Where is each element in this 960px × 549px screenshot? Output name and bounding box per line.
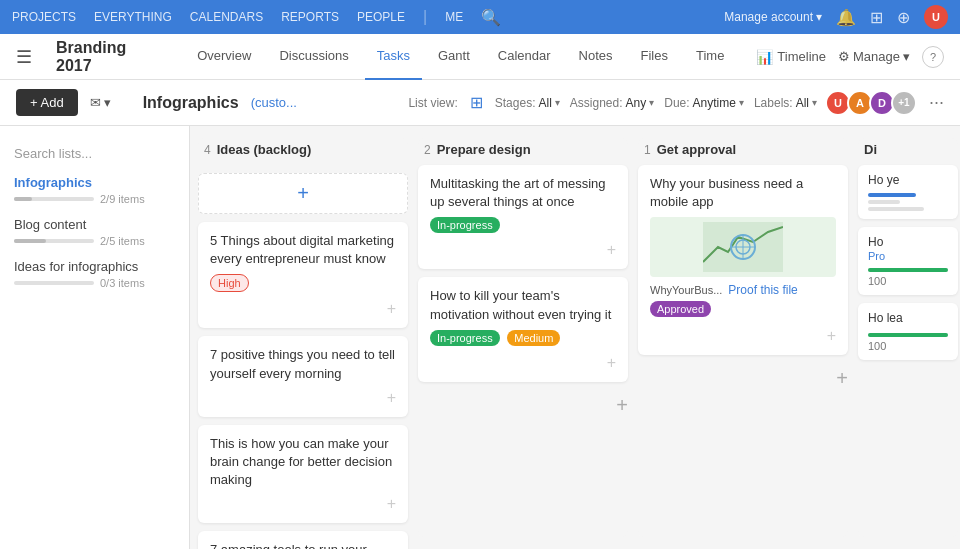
tab-gantt[interactable]: Gantt — [426, 34, 482, 80]
labels-filter[interactable]: Labels: All ▾ — [754, 96, 817, 110]
list-count-blog: 2/5 items — [100, 235, 145, 247]
card-mobile-app[interactable]: Why your business need a mobile app WhyY… — [638, 165, 848, 355]
due-value: Anytime — [693, 96, 736, 110]
partial-card-3[interactable]: Ho lea 100 — [858, 303, 958, 360]
grid-view-icon[interactable]: ⊞ — [470, 93, 483, 112]
add-card-approval[interactable]: + — [836, 367, 848, 390]
listview-label: List view: — [408, 96, 457, 110]
list-count-infographics: 2/9 items — [100, 193, 145, 205]
nav-everything[interactable]: EVERYTHING — [94, 10, 172, 24]
tab-calendar[interactable]: Calendar — [486, 34, 563, 80]
partial-percent-3: 100 — [868, 340, 948, 352]
card-kill-motivation[interactable]: How to kill your team's motivation witho… — [418, 277, 628, 381]
help-icon[interactable]: ? — [922, 46, 944, 68]
list-count-ideas: 0/3 items — [100, 277, 145, 289]
card-multitasking[interactable]: Multitasking the art of messing up sever… — [418, 165, 628, 269]
sidebar-item-blog[interactable]: Blog content 2/5 items — [0, 211, 189, 253]
stages-arrow: ▾ — [555, 97, 560, 108]
list-name-blog: Blog content — [14, 217, 175, 232]
tab-notes[interactable]: Notes — [567, 34, 625, 80]
add-icon[interactable]: + — [387, 389, 396, 407]
add-button[interactable]: + Add — [16, 89, 78, 116]
hamburger-icon[interactable]: ☰ — [16, 46, 32, 68]
partial-card-1[interactable]: Ho ye — [858, 165, 958, 219]
manage-account-btn[interactable]: Manage account ▾ — [724, 10, 822, 24]
nav-tabs: Overview Discussions Tasks Gantt Calenda… — [185, 34, 736, 80]
avatar-plus[interactable]: +1 — [891, 90, 917, 116]
bell-icon[interactable]: 🔔 — [836, 8, 856, 27]
partial-percent-2: 100 — [868, 275, 948, 287]
partial-link-2[interactable]: Pro — [868, 250, 948, 262]
add-icon[interactable]: + — [827, 327, 836, 345]
tag-inprogress-kill: In-progress — [430, 330, 500, 346]
assigned-label: Assigned: — [570, 96, 623, 110]
column-title-approval: Get approval — [657, 142, 842, 157]
column-title-ideas: Ideas (backlog) — [217, 142, 402, 157]
list-meta-ideas: 0/3 items — [14, 277, 175, 289]
assigned-filter[interactable]: Assigned: Any ▾ — [570, 96, 654, 110]
board-title: Infographics — [143, 94, 239, 112]
add-card-btn-ideas[interactable]: + — [198, 173, 408, 214]
due-arrow: ▾ — [739, 97, 744, 108]
list-name-ideas: Ideas for infographics — [14, 259, 175, 274]
nav-people[interactable]: PEOPLE — [357, 10, 405, 24]
labels-arrow: ▾ — [812, 97, 817, 108]
card-amazing-tools[interactable]: 7 amazing tools to run your business suc… — [198, 531, 408, 549]
card-positive-things[interactable]: 7 positive things you need to tell yours… — [198, 336, 408, 416]
assigned-arrow: ▾ — [649, 97, 654, 108]
email-btn[interactable]: ✉ ▾ — [90, 95, 111, 110]
partial-card-2[interactable]: Ho Pro 100 — [858, 227, 958, 296]
tab-overview[interactable]: Overview — [185, 34, 263, 80]
column-count-approval: 1 — [644, 143, 651, 157]
plus-circle-icon[interactable]: ⊕ — [897, 8, 910, 27]
manage-btn[interactable]: ⚙ Manage ▾ — [838, 49, 910, 64]
column-count-ideas: 4 — [204, 143, 211, 157]
board-subtitle[interactable]: (custo... — [251, 95, 297, 110]
tag-high-digital: High — [210, 274, 249, 292]
tab-files[interactable]: Files — [629, 34, 680, 80]
nav-projects[interactable]: PROJECTS — [12, 10, 76, 24]
sidebar-item-ideas[interactable]: Ideas for infographics 0/3 items — [0, 253, 189, 295]
card-brain-change[interactable]: This is how you can make your brain chan… — [198, 425, 408, 524]
card-image-label: WhyYourBus... — [650, 284, 722, 296]
nav-me[interactable]: ME — [445, 10, 463, 24]
partial-title-1: Ho ye — [868, 173, 948, 189]
card-title-tools: 7 amazing tools to run your business suc… — [210, 541, 396, 549]
column-title-prepare: Prepare design — [437, 142, 622, 157]
user-avatar[interactable]: U — [924, 5, 948, 29]
stages-filter[interactable]: Stages: All ▾ — [495, 96, 560, 110]
chevron-down-icon: ▾ — [104, 95, 111, 110]
tab-time[interactable]: Time — [684, 34, 736, 80]
card-digital-marketing[interactable]: 5 Things about digital marketing every e… — [198, 222, 408, 328]
add-icon[interactable]: + — [607, 354, 616, 372]
tag-inprogress-multitask: In-progress — [430, 217, 500, 233]
top-nav-left: PROJECTS EVERYTHING CALENDARS REPORTS PE… — [12, 8, 724, 27]
more-options-icon[interactable]: ··· — [929, 92, 944, 113]
nav-reports[interactable]: REPORTS — [281, 10, 339, 24]
partial-title-2: Ho — [868, 235, 948, 251]
add-icon[interactable]: + — [387, 495, 396, 513]
tab-discussions[interactable]: Discussions — [267, 34, 360, 80]
timeline-btn[interactable]: 📊 Timeline — [756, 49, 826, 65]
search-icon[interactable]: 🔍 — [481, 8, 501, 27]
column-ideas: 4 Ideas (backlog) + 5 Things about digit… — [198, 138, 408, 537]
card-image-mobile — [650, 217, 836, 277]
sidebar-item-infographics[interactable]: Infographics 2/9 items — [0, 169, 189, 211]
card-title-mobile: Why your business need a mobile app — [650, 175, 836, 211]
labels-label: Labels: — [754, 96, 793, 110]
column-header-approval: 1 Get approval — [638, 138, 848, 165]
add-icon[interactable]: + — [387, 300, 396, 318]
column-count-prepare: 2 — [424, 143, 431, 157]
add-card-prepare[interactable]: + — [616, 394, 628, 417]
list-name-infographics: Infographics — [14, 175, 175, 190]
top-nav-right: Manage account ▾ 🔔 ⊞ ⊕ U — [724, 5, 948, 29]
proof-file-link[interactable]: Proof this file — [728, 283, 797, 297]
grid-icon[interactable]: ⊞ — [870, 8, 883, 27]
column-header-ideas: 4 Ideas (backlog) — [198, 138, 408, 165]
add-icon[interactable]: + — [607, 241, 616, 259]
column-approval: 1 Get approval Why your business need a … — [638, 138, 848, 537]
due-filter[interactable]: Due: Anytime ▾ — [664, 96, 744, 110]
nav-calendars[interactable]: CALENDARS — [190, 10, 263, 24]
column-header-prepare: 2 Prepare design — [418, 138, 628, 165]
tab-tasks[interactable]: Tasks — [365, 34, 422, 80]
